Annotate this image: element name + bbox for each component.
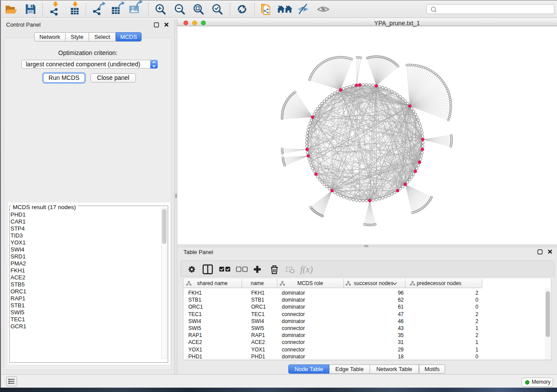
- svg-text:f(x): f(x): [300, 264, 313, 275]
